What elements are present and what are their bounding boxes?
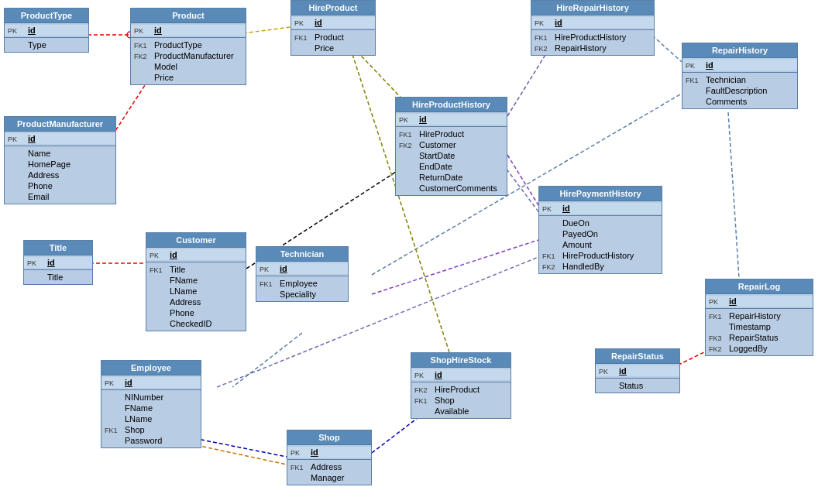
entity-customer: Customer PK id FK1Title FName LName Addr…	[146, 232, 246, 331]
entity-hireproducthistory-header: HireProductHistory	[396, 98, 507, 112]
entity-hirepaymenthistory: HirePaymentHistory PK id DueOn PayedOn A…	[538, 186, 662, 274]
entity-productmanufacturer: ProductManufacturer PK id Name HomePage …	[4, 116, 116, 204]
svg-line-24	[507, 155, 538, 205]
entity-hirerepairhistory-header: HireRepairHistory	[531, 1, 654, 15]
field-type: Type	[28, 40, 46, 50]
entity-shophirestock-header: ShopHireStock	[411, 353, 511, 368]
entity-repairlog: RepairLog PK id FK1RepairHistory Timesta…	[705, 279, 813, 356]
svg-line-20	[349, 43, 449, 352]
entity-producttype: ProductType PK id Type	[4, 8, 89, 53]
entity-hireproducthistory: HireProductHistory PK id FK1HireProduct …	[395, 97, 507, 196]
entity-technician-header: Technician	[256, 247, 348, 262]
field-id: id	[28, 134, 36, 143]
entity-technician: Technician PK id FK1Employee Speciality	[256, 246, 349, 302]
entity-customer-header: Customer	[146, 233, 246, 248]
svg-line-12	[232, 333, 302, 387]
entity-product-header: Product	[131, 9, 246, 23]
svg-line-14	[507, 170, 542, 217]
entity-title-header: Title	[24, 241, 92, 255]
entity-employee-header: Employee	[101, 361, 201, 375]
entity-hireproduct-header: HireProduct	[291, 1, 375, 15]
entity-repairlog-header: RepairLog	[706, 279, 813, 294]
entity-title: Title PK id Title	[23, 240, 93, 285]
entity-repairhistory-header: RepairHistory	[682, 43, 797, 58]
pk-label: PK	[8, 27, 25, 35]
entity-product: Product PK id FK1ProductType FK2ProductM…	[130, 8, 246, 85]
entity-shophirestock: ShopHireStock PK id FK2HireProduct FK1Sh…	[411, 352, 511, 419]
entity-shop: Shop PK id FK1Address Manager	[287, 430, 372, 485]
entity-productmanufacturer-header: ProductManufacturer	[5, 117, 115, 132]
svg-line-23	[728, 112, 740, 290]
entity-shop-header: Shop	[287, 430, 371, 445]
entity-hirepaymenthistory-header: HirePaymentHistory	[539, 187, 662, 201]
entity-repairstatus: RepairStatus PK id Status	[595, 348, 680, 393]
entity-hireproduct: HireProduct PK id FK1Product Price	[291, 0, 376, 56]
entity-hirerepairhistory: HireRepairHistory PK id FK1HireProductHi…	[531, 0, 655, 56]
entity-repairstatus-header: RepairStatus	[596, 349, 679, 364]
entity-producttype-header: ProductType	[5, 9, 88, 23]
entity-repairhistory: RepairHistory PK id FK1Technician FaultD…	[682, 43, 798, 109]
entity-employee: Employee PK id NINumber FName LName FK1S…	[101, 360, 201, 448]
svg-line-25	[372, 240, 538, 294]
field-id: id	[28, 26, 36, 35]
diagram-container: ProductType PK id Type ProductManufactur…	[0, 0, 832, 504]
